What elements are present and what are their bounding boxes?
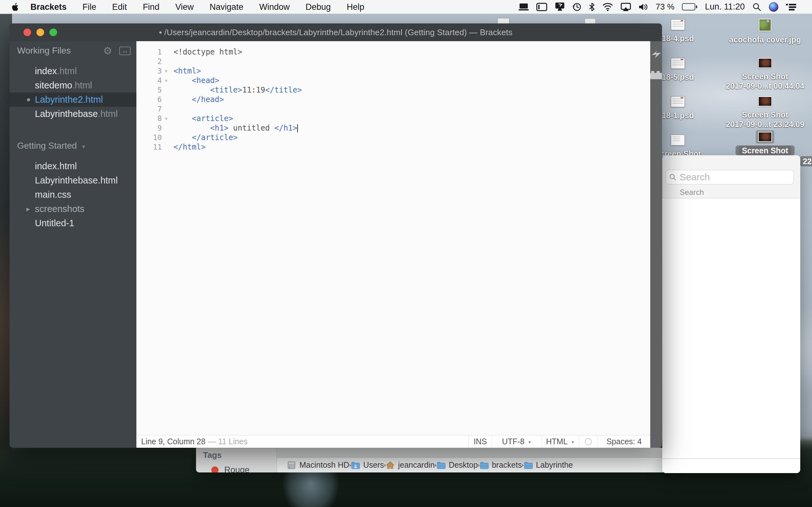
code-line-1[interactable]: 1<!doctype html> (136, 47, 650, 57)
desktop-icon-screen-shot[interactable]: Screen Shot (727, 130, 803, 156)
project-dropdown[interactable]: Getting Started ▼ (9, 141, 136, 151)
folder-icon (437, 461, 446, 469)
project-file-Untitled-1[interactable]: Untitled-1 (9, 216, 136, 230)
brackets-titlebar[interactable]: • /Users/jeancardin/Desktop/brackets/Lab… (9, 23, 662, 41)
code-line-10[interactable]: 10 </article> (136, 133, 650, 142)
notification-center-icon[interactable] (786, 3, 796, 11)
menu-navigate[interactable]: Navigate (202, 0, 252, 14)
search-field[interactable] (665, 170, 794, 184)
code-line-2[interactable]: 2 (136, 57, 650, 66)
menu-edit[interactable]: Edit (104, 0, 135, 14)
working-file-Labyrinthe2[interactable]: Labyrinthe2.html (9, 93, 136, 107)
code-line-7[interactable]: 7 (136, 104, 650, 114)
menu-find[interactable]: Find (135, 0, 167, 14)
working-file-sitedemo[interactable]: sitedemo.html (9, 78, 136, 93)
code-line-4[interactable]: 4▼ <head> (136, 76, 650, 85)
path-label: brackets (492, 460, 522, 469)
code-text: <!doctype html> (171, 48, 242, 56)
path-segment-desktop[interactable]: Desktop (437, 460, 478, 469)
search-input[interactable] (680, 172, 794, 182)
path-label: Users (363, 460, 384, 469)
code-line-8[interactable]: 8▼ <article> (136, 114, 650, 123)
icon-label: 18-4.psd (662, 34, 694, 43)
graphics-tablet-icon[interactable] (555, 3, 565, 11)
cursor-position: Line 9, Column 28 (141, 437, 206, 446)
project-folder-screenshots[interactable]: ▶screenshots (9, 202, 136, 216)
split-view-icon[interactable]: ↔ (119, 47, 131, 55)
menu-view[interactable]: View (167, 0, 202, 14)
time-machine-icon[interactable] (572, 3, 581, 11)
menu-debug[interactable]: Debug (298, 0, 339, 14)
working-file-index[interactable]: index.html (9, 64, 136, 78)
line-number: 4 (136, 76, 162, 84)
folder-icon (479, 461, 489, 469)
live-preview-icon[interactable] (652, 51, 661, 58)
code-editor[interactable]: 1<!doctype html>23▼<html>4▼ <head>5 <tit… (136, 41, 650, 435)
desktop-icon-screen-shot[interactable]: Screen Shot2017-09-0...t 23.24.09 (727, 95, 803, 129)
zoom-button[interactable] (49, 29, 57, 36)
unsaved-dot-icon (27, 98, 30, 101)
users-folder-icon (351, 461, 360, 469)
lint-status-indicator[interactable] (579, 435, 598, 448)
menu-app-name[interactable]: Brackets (22, 0, 74, 14)
brackets-toolbar (650, 41, 662, 448)
bluetooth-icon[interactable] (589, 3, 595, 11)
spotlight-icon[interactable] (752, 3, 761, 11)
menu-help[interactable]: Help (339, 0, 372, 14)
text-cursor (297, 124, 298, 132)
close-button[interactable] (23, 29, 31, 36)
path-segment-jeancardin[interactable]: jeancardin (386, 460, 435, 469)
airplay-icon[interactable] (621, 3, 631, 11)
encoding-selector[interactable]: UTF-8 ▼ (492, 435, 542, 448)
siri-icon[interactable] (769, 2, 778, 12)
display-status-icon[interactable] (519, 3, 529, 11)
desktop-icon-screen-shot[interactable]: Screen Shot2017-09-0...t 00.44.04 (727, 56, 803, 91)
tree-disclosure-icon[interactable]: ▶ (26, 206, 30, 212)
finder-search-toolbar (662, 155, 800, 187)
code-line-5[interactable]: 5 <title>11:19</title> (136, 85, 650, 95)
search-scope-bar[interactable]: Search (662, 187, 800, 199)
gear-icon[interactable]: ⚙ (103, 46, 112, 55)
file-thumbnail (671, 58, 685, 69)
sidecar-display-icon[interactable] (537, 3, 547, 11)
insert-mode-toggle[interactable]: INS (468, 435, 492, 448)
wifi-icon[interactable] (602, 3, 613, 11)
path-segment-brackets[interactable]: brackets (479, 460, 522, 469)
fold-arrow-icon[interactable]: ▼ (162, 78, 171, 83)
apple-menu-icon[interactable] (11, 2, 20, 12)
extension-manager-icon[interactable] (650, 71, 662, 79)
code-line-9[interactable]: 9 <h1> untitled </h1> (136, 123, 650, 133)
file-name: Labyrinthebase (35, 109, 98, 119)
project-file-main[interactable]: main.css (9, 187, 136, 202)
battery-icon[interactable] (682, 3, 697, 10)
line-number: 10 (136, 133, 162, 142)
desktop-file-icon-partial[interactable] (585, 18, 596, 23)
code-line-11[interactable]: 11</html> (136, 142, 650, 152)
path-segment-labyrinthe[interactable]: Labyrinthe (524, 460, 573, 469)
file-thumbnail (759, 19, 771, 32)
code-line-6[interactable]: 6 </head> (136, 95, 650, 104)
tag-color-dot (211, 466, 218, 472)
fold-arrow-icon[interactable]: ▼ (162, 116, 171, 121)
minimize-button[interactable] (37, 29, 44, 36)
finder-tag-rouge[interactable]: Rouge (211, 465, 276, 472)
desktop-icon-acochofa-cover-jpg[interactable]: acochofa cover.jpg (727, 17, 803, 44)
path-segment-users[interactable]: Users (351, 460, 384, 469)
path-segment-macintosh-hd[interactable]: Macintosh HD (287, 460, 349, 469)
project-file-index[interactable]: index.html (9, 159, 136, 173)
indent-settings[interactable]: Spaces: 4 (598, 435, 650, 448)
code-text: <head> (171, 76, 219, 85)
desktop-file-icon-partial[interactable] (497, 18, 509, 23)
menubar-clock[interactable]: Lun. 11:20 (705, 2, 745, 12)
project-file-Labyrinthebase[interactable]: Labyrinthebase.html (9, 173, 136, 187)
fold-arrow-icon[interactable]: ▼ (162, 69, 171, 73)
brackets-window: • /Users/jeancardin/Desktop/brackets/Lab… (9, 23, 662, 448)
language-selector[interactable]: HTML ▼ (542, 435, 579, 448)
file-name: screenshots (35, 204, 84, 214)
volume-icon[interactable] (639, 3, 648, 11)
code-text: <html> (171, 66, 201, 75)
working-file-Labyrinthebase[interactable]: Labyrinthebase.html (9, 107, 136, 121)
code-line-3[interactable]: 3▼<html> (136, 66, 650, 76)
menu-file[interactable]: File (74, 0, 104, 14)
menu-window[interactable]: Window (251, 0, 298, 14)
